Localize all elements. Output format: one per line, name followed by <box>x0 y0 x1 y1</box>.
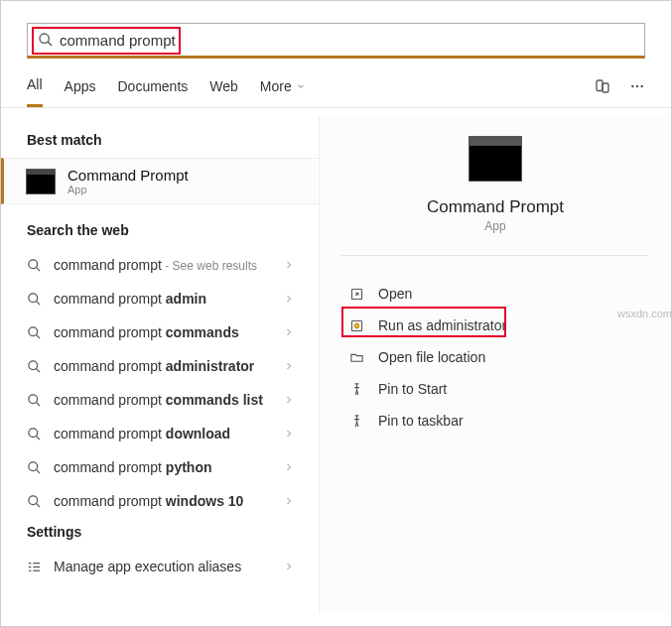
svg-point-0 <box>40 34 49 43</box>
best-match-subtitle: App <box>67 184 189 195</box>
tab-documents[interactable]: Documents <box>117 78 188 106</box>
svg-point-13 <box>29 360 38 369</box>
web-result-label: command prompt admin <box>54 291 271 307</box>
svg-line-16 <box>36 402 40 406</box>
action-label: Open <box>378 286 412 302</box>
detail-panel: Command Prompt App Open Run as administr… <box>319 114 671 614</box>
chevron-right-icon <box>283 495 295 507</box>
chevron-right-icon <box>283 293 295 305</box>
app-large-icon <box>469 136 522 182</box>
search-icon <box>27 427 42 441</box>
action-pin-to-taskbar[interactable]: Pin to taskbar <box>320 405 671 437</box>
alias-icon <box>27 560 42 574</box>
settings-item[interactable]: Manage app execution aliases <box>1 550 319 583</box>
svg-rect-3 <box>603 83 608 92</box>
svg-point-9 <box>29 293 38 302</box>
svg-point-7 <box>29 259 38 268</box>
action-label: Pin to Start <box>378 381 447 397</box>
svg-line-1 <box>48 42 52 46</box>
search-icon <box>27 393 42 408</box>
pin-icon <box>349 414 364 429</box>
svg-point-21 <box>29 495 38 504</box>
web-result-label: command prompt commands list <box>54 392 271 408</box>
divider <box>341 255 649 256</box>
tab-web[interactable]: Web <box>209 78 238 106</box>
svg-point-17 <box>29 428 38 437</box>
svg-rect-2 <box>597 80 603 91</box>
search-icon <box>38 32 54 48</box>
svg-line-18 <box>36 436 40 439</box>
web-result-item[interactable]: command prompt - See web results <box>1 248 319 282</box>
web-result-label: command prompt download <box>54 426 271 441</box>
devices-icon[interactable] <box>594 77 611 95</box>
best-match-item[interactable]: Command Prompt App <box>1 158 319 204</box>
tab-more[interactable]: More <box>260 78 306 106</box>
detail-title: Command Prompt <box>320 197 671 217</box>
svg-line-10 <box>36 301 40 305</box>
web-result-item[interactable]: command prompt administrator <box>1 349 319 383</box>
command-prompt-icon <box>26 169 56 194</box>
settings-item-label: Manage app execution aliases <box>54 559 241 574</box>
detail-subtitle: App <box>320 219 671 233</box>
web-result-label: command prompt python <box>54 459 271 475</box>
search-web-header: Search the web <box>1 216 319 248</box>
web-result-item[interactable]: command prompt commands <box>1 315 319 349</box>
filter-tabs: All Apps Documents Web More <box>1 66 671 108</box>
action-label: Open file location <box>378 349 485 365</box>
chevron-right-icon <box>283 259 295 271</box>
svg-line-20 <box>36 469 40 473</box>
svg-point-19 <box>29 461 38 470</box>
chevron-right-icon <box>283 461 295 473</box>
action-label: Run as administrator <box>378 317 506 333</box>
svg-point-4 <box>631 84 633 86</box>
tab-more-label: More <box>260 78 292 94</box>
chevron-right-icon <box>283 428 295 439</box>
chevron-right-icon <box>283 394 295 406</box>
svg-line-8 <box>36 267 40 271</box>
web-result-label: command prompt administrator <box>54 358 271 374</box>
shield-admin-icon <box>349 318 364 333</box>
svg-point-11 <box>29 326 38 335</box>
best-match-title: Command Prompt <box>67 167 189 184</box>
search-icon <box>27 258 42 273</box>
more-options-icon[interactable] <box>629 78 645 94</box>
search-bar[interactable] <box>27 23 645 59</box>
web-result-item[interactable]: command prompt python <box>1 450 319 484</box>
search-icon <box>27 494 42 509</box>
settings-header: Settings <box>1 518 319 550</box>
action-open[interactable]: Open <box>320 278 671 310</box>
chevron-right-icon <box>283 326 295 338</box>
web-result-item[interactable]: command prompt admin <box>1 282 319 315</box>
search-icon <box>27 359 42 374</box>
svg-point-6 <box>640 84 642 86</box>
search-icon <box>27 292 42 307</box>
svg-point-5 <box>636 84 638 86</box>
results-panel: Best match Command Prompt App Search the… <box>1 108 319 614</box>
search-icon <box>27 460 42 475</box>
action-label: Pin to taskbar <box>378 413 464 429</box>
action-open-file-location[interactable]: Open file location <box>320 341 671 373</box>
web-result-item[interactable]: command prompt download <box>1 417 319 450</box>
action-pin-to-start[interactable]: Pin to Start <box>320 373 671 405</box>
svg-line-14 <box>36 368 40 372</box>
web-result-item[interactable]: command prompt commands list <box>1 383 319 417</box>
chevron-down-icon <box>296 81 306 91</box>
best-match-header: Best match <box>1 126 319 158</box>
folder-icon <box>349 350 364 365</box>
svg-point-15 <box>29 394 38 403</box>
pin-icon <box>349 382 364 397</box>
svg-line-22 <box>36 503 40 507</box>
tab-all[interactable]: All <box>27 76 43 107</box>
search-icon <box>27 325 42 340</box>
web-result-label: command prompt commands <box>54 324 271 340</box>
chevron-right-icon <box>283 561 295 572</box>
tab-apps[interactable]: Apps <box>65 78 96 106</box>
web-result-item[interactable]: command prompt windows 10 <box>1 484 319 518</box>
open-icon <box>349 287 364 302</box>
chevron-right-icon <box>283 360 295 372</box>
web-result-label: command prompt - See web results <box>54 257 271 273</box>
search-input[interactable] <box>60 32 337 49</box>
web-result-label: command prompt windows 10 <box>54 493 271 509</box>
watermark: wsxdn.com <box>617 308 672 319</box>
svg-line-12 <box>36 334 40 338</box>
